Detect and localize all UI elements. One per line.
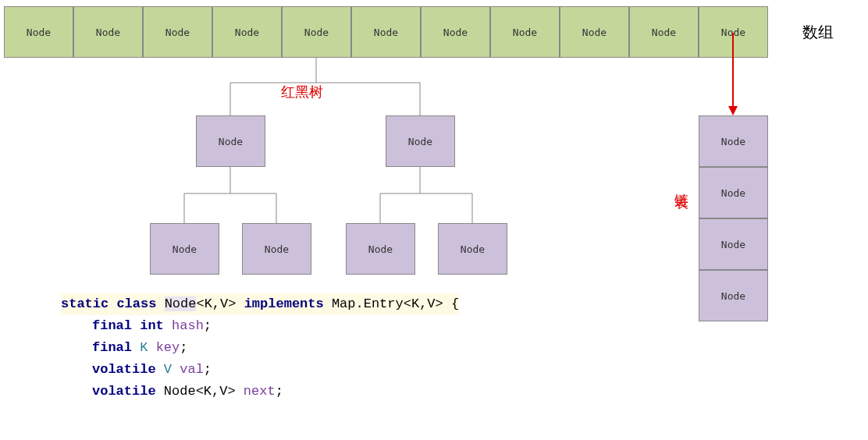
code-generics2: <K,V> xyxy=(404,296,443,311)
array-cell: Node xyxy=(4,6,73,58)
kw-volatile: volatile xyxy=(92,362,156,377)
code-mapentry: Map.Entry xyxy=(332,296,404,311)
kw-volatile2: volatile xyxy=(92,384,156,399)
kw-final: final xyxy=(92,318,132,333)
semicolon: ; xyxy=(204,362,212,377)
tree-node-l2-2: Node xyxy=(242,223,311,275)
ident-hash: hash xyxy=(172,318,204,333)
type-v: V xyxy=(164,362,172,377)
linked-list-node: Node xyxy=(699,218,768,270)
semicolon: ; xyxy=(204,318,212,333)
code-line-4: volatile V val; xyxy=(61,359,459,381)
code-generics: <K,V> xyxy=(196,296,236,311)
code-generics3: <K,V> xyxy=(196,384,236,399)
semicolon: ; xyxy=(180,340,187,355)
type-node: Node xyxy=(164,384,196,399)
ident-next: next xyxy=(244,384,276,399)
code-classname: Node xyxy=(165,296,197,311)
tree-node-l1-left: Node xyxy=(196,115,265,167)
array-cell: Node xyxy=(629,6,699,58)
kw-final2: final xyxy=(92,340,132,355)
array-cell: Node xyxy=(560,6,629,58)
array-cell: Node xyxy=(490,6,560,58)
linked-list-node: Node xyxy=(699,115,768,167)
array-cell: Node xyxy=(143,6,212,58)
tree-node-l2-3: Node xyxy=(346,223,415,275)
svg-marker-13 xyxy=(728,106,738,115)
array-cell: Node xyxy=(212,6,282,58)
array-cell: Node xyxy=(421,6,490,58)
code-line-2: final int hash; xyxy=(61,315,459,337)
kw-int: int xyxy=(140,318,164,333)
tree-node-l1-right: Node xyxy=(386,115,455,167)
code-line-1: static class Node<K,V> implements Map.En… xyxy=(61,293,459,315)
ident-key: key xyxy=(156,340,180,355)
kw-static: static xyxy=(61,296,108,311)
type-k: K xyxy=(140,340,148,355)
kw-implements: implements xyxy=(244,296,324,311)
tree-node-l2-4: Node xyxy=(438,223,507,275)
code-line-5: volatile Node<K,V> next; xyxy=(61,381,459,403)
array-label: 数组 xyxy=(802,22,834,43)
ident-val: val xyxy=(180,362,204,377)
semicolon: ; xyxy=(276,384,283,399)
linked-list-node: Node xyxy=(699,270,768,321)
code-block: static class Node<K,V> implements Map.En… xyxy=(61,293,459,403)
tree-node-l2-1: Node xyxy=(150,223,219,275)
array-cell: Node xyxy=(699,6,768,58)
array-cell: Node xyxy=(351,6,421,58)
linked-list-label: 链表 xyxy=(672,183,691,186)
kw-class: class xyxy=(116,296,156,311)
code-brace: { xyxy=(443,296,459,311)
redblack-tree-label: 红黑树 xyxy=(281,83,323,101)
array-cell: Node xyxy=(73,6,143,58)
array-cell: Node xyxy=(282,6,351,58)
code-line-3: final K key; xyxy=(61,337,459,359)
linked-list-node: Node xyxy=(699,167,768,218)
